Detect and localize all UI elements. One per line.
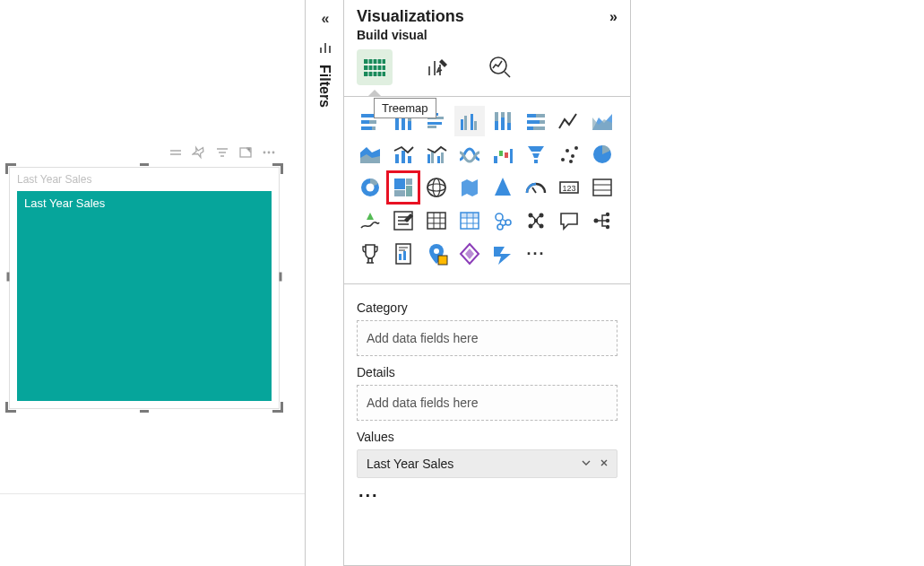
visual-header-toolbar <box>168 140 276 165</box>
svg-point-51 <box>561 158 565 161</box>
more-options-icon[interactable]: ··· <box>357 485 617 506</box>
svg-point-1 <box>263 152 266 154</box>
svg-rect-26 <box>471 114 473 130</box>
expand-filters-icon[interactable]: « <box>306 0 345 38</box>
visual-frame: Last Year Sales Last Year Sales <box>9 167 280 409</box>
svg-rect-13 <box>372 126 376 130</box>
viz-type-scatter[interactable] <box>554 139 584 170</box>
viz-type-power-apps[interactable] <box>454 239 485 269</box>
svg-rect-89 <box>438 256 447 265</box>
viz-pane-subtitle: Build visual <box>344 28 630 46</box>
svg-point-88 <box>434 248 439 254</box>
pin-icon[interactable] <box>192 145 206 160</box>
tab-build-visual[interactable] <box>357 49 393 85</box>
viz-type-arcgis[interactable] <box>421 239 452 269</box>
well-category[interactable]: Add data fields here <box>357 320 617 356</box>
resize-handle-r[interactable] <box>280 273 282 282</box>
svg-rect-39 <box>527 126 533 130</box>
viz-type-clustered-column[interactable] <box>454 106 485 136</box>
viz-type-kpi[interactable] <box>355 205 385 236</box>
viz-type-power-automate[interactable] <box>488 239 518 269</box>
viz-type-decomposition-tree[interactable] <box>587 205 617 236</box>
viz-type-matrix[interactable] <box>454 205 485 236</box>
viz-type-area[interactable] <box>587 106 617 136</box>
filter-icon[interactable] <box>215 145 229 160</box>
visualizations-pane: Visualizations » Build visual <box>344 0 631 566</box>
well-details[interactable]: Add data fields here <box>357 385 617 421</box>
resize-handle-bl[interactable] <box>5 402 16 413</box>
resize-handle-b[interactable] <box>140 410 149 413</box>
svg-point-76 <box>529 213 533 218</box>
svg-point-58 <box>367 184 375 192</box>
visual-types-gallery: 123··· Treemap <box>344 100 630 278</box>
resize-handle-t[interactable] <box>140 163 149 166</box>
viz-type-multirow-card[interactable] <box>587 172 617 203</box>
viz-type-stacked-bar-100[interactable] <box>521 106 551 136</box>
svg-rect-45 <box>437 156 440 163</box>
viz-type-more[interactable]: ··· <box>521 239 551 269</box>
viz-type-treemap[interactable] <box>388 172 419 203</box>
viz-type-ribbon[interactable] <box>454 139 485 170</box>
viz-type-table[interactable] <box>421 205 452 236</box>
viz-type-filled-map[interactable] <box>454 172 485 203</box>
svg-rect-61 <box>406 186 412 196</box>
svg-rect-42 <box>408 156 411 163</box>
viz-type-key-influencers[interactable] <box>521 205 551 236</box>
viz-type-qna[interactable] <box>554 205 584 236</box>
viz-type-gauge[interactable] <box>521 172 551 203</box>
svg-point-54 <box>574 146 578 150</box>
viz-type-stacked-area[interactable] <box>355 139 385 170</box>
svg-point-2 <box>268 152 271 154</box>
well-values-field-pill[interactable]: Last Year Sales <box>357 449 617 478</box>
focus-mode-icon[interactable] <box>238 145 253 160</box>
resize-handle-tl[interactable] <box>5 163 16 174</box>
viz-type-line-stacked-column[interactable] <box>388 139 419 170</box>
svg-point-84 <box>606 225 609 229</box>
viz-type-waterfall[interactable] <box>488 139 518 170</box>
svg-rect-12 <box>361 126 372 130</box>
drag-handle-icon[interactable] <box>168 145 183 160</box>
collapse-viz-pane-icon[interactable]: » <box>609 9 617 25</box>
resize-handle-br[interactable] <box>272 402 283 413</box>
svg-rect-87 <box>403 251 406 260</box>
more-options-icon[interactable] <box>262 145 276 160</box>
svg-rect-10 <box>361 120 369 124</box>
viz-type-card[interactable]: 123 <box>554 172 584 203</box>
resize-handle-l[interactable] <box>7 273 10 282</box>
svg-point-64 <box>427 184 445 191</box>
viz-type-funnel[interactable] <box>521 139 551 170</box>
tab-format-visual[interactable] <box>419 49 455 85</box>
viz-type-goals[interactable] <box>355 239 385 269</box>
svg-rect-35 <box>527 114 536 118</box>
viz-type-paginated[interactable] <box>388 239 419 269</box>
filters-label[interactable]: Filters <box>316 65 332 108</box>
svg-rect-22 <box>427 122 442 125</box>
viz-type-pie[interactable] <box>587 139 617 170</box>
visual-title: Last Year Sales <box>10 168 279 186</box>
viz-type-line[interactable] <box>554 106 584 136</box>
visual-container[interactable]: Last Year Sales Last Year Sales <box>9 142 280 409</box>
treemap-tile[interactable]: Last Year Sales <box>17 191 272 401</box>
remove-field-icon[interactable] <box>599 457 609 471</box>
viz-type-map-globe[interactable] <box>421 172 452 203</box>
viz-type-slicer[interactable] <box>388 205 419 236</box>
chevron-down-icon[interactable] <box>581 457 592 471</box>
viz-type-rscript[interactable] <box>488 205 518 236</box>
svg-point-65 <box>433 179 440 196</box>
svg-point-75 <box>497 224 503 230</box>
svg-rect-24 <box>461 119 463 130</box>
svg-rect-59 <box>394 179 405 189</box>
viz-type-line-clustered-column[interactable] <box>421 139 452 170</box>
tab-analytics[interactable] <box>482 49 518 85</box>
viz-type-donut[interactable] <box>355 172 385 203</box>
filters-pane-collapsed: « Filters <box>305 0 344 566</box>
field-pill-label: Last Year Sales <box>367 457 453 471</box>
svg-rect-29 <box>495 121 498 130</box>
viz-type-azure-map[interactable] <box>488 172 518 203</box>
resize-handle-tr[interactable] <box>272 163 283 174</box>
svg-rect-14 <box>395 118 399 130</box>
viz-type-stacked-column-100[interactable] <box>488 106 518 136</box>
well-label-category: Category <box>357 300 617 315</box>
svg-point-55 <box>569 160 573 163</box>
svg-rect-70 <box>427 213 445 229</box>
